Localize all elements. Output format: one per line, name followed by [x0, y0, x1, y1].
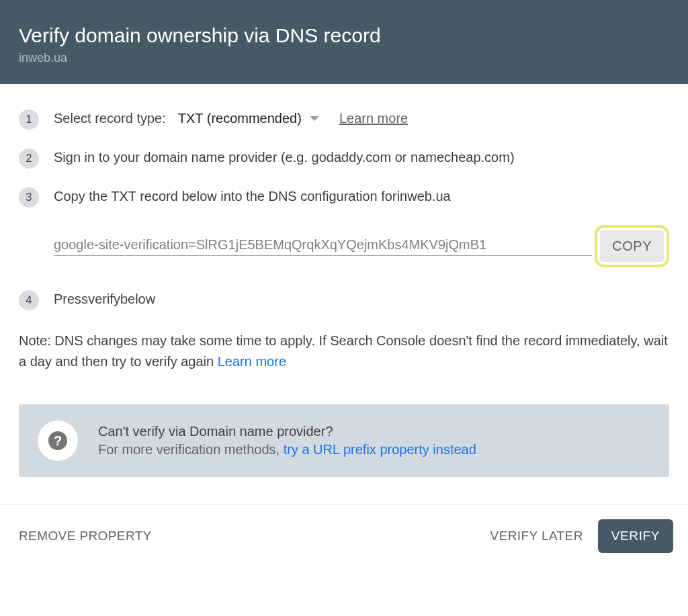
dialog-footer: REMOVE PROPERTY VERIFY LATER VERIFY: [0, 504, 688, 568]
step-content: Select record type: TXT (recommended) Le…: [54, 111, 669, 126]
step-content: Press verify below: [54, 292, 669, 307]
dialog-header: Verify domain ownership via DNS record i…: [0, 0, 688, 84]
txt-record-value[interactable]: google-site-verification=SlRG1jE5BEMqQrq…: [54, 237, 592, 256]
note-learn-more-link[interactable]: Learn more: [218, 354, 286, 369]
step-4: 4 Press verify below: [19, 292, 669, 310]
step-content: Sign in to your domain name provider (e.…: [54, 150, 669, 165]
step-2: 2 Sign in to your domain name provider (…: [19, 150, 669, 169]
step-text-press: Press: [54, 292, 88, 307]
dialog-title: Verify domain ownership via DNS record: [19, 24, 669, 47]
step-3: 3 Copy the TXT record below into the DNS…: [19, 189, 669, 208]
help-text: For more verification methods, try a URL…: [98, 442, 476, 457]
step-number: 3: [19, 187, 39, 208]
chevron-down-icon: [310, 116, 319, 121]
txt-record-row: google-site-verification=SlRG1jE5BEMqQrq…: [54, 225, 669, 267]
copy-button[interactable]: COPY: [600, 230, 664, 262]
step-content: Copy the TXT record below into the DNS c…: [54, 189, 669, 204]
step-label: Select record type:: [54, 111, 166, 126]
dropdown-value: TXT (recommended): [178, 111, 302, 126]
dialog-content: 1 Select record type: TXT (recommended) …: [0, 84, 688, 490]
step-number: 4: [19, 290, 39, 310]
step-number: 2: [19, 148, 39, 169]
record-type-dropdown[interactable]: TXT (recommended): [178, 111, 319, 126]
step-text: Sign in to your domain name provider (e.…: [54, 150, 515, 165]
note-text: Note: DNS changes may take some time to …: [19, 333, 668, 369]
note: Note: DNS changes may take some time to …: [19, 331, 669, 372]
help-icon-circle: ?: [38, 421, 78, 461]
help-link[interactable]: try a URL prefix property instead: [284, 442, 476, 457]
verify-later-button[interactable]: VERIFY LATER: [490, 529, 583, 543]
remove-property-button[interactable]: REMOVE PROPERTY: [19, 529, 152, 543]
step-number: 1: [19, 109, 39, 130]
question-icon: ?: [48, 431, 67, 450]
learn-more-link[interactable]: Learn more: [339, 111, 408, 126]
verify-button[interactable]: VERIFY: [598, 519, 673, 553]
copy-button-highlight: COPY: [595, 225, 669, 267]
step-text-below: below: [120, 292, 155, 307]
step-text-prefix: Copy the TXT record below into the DNS c…: [54, 189, 397, 204]
step-1: 1 Select record type: TXT (recommended) …: [19, 111, 669, 130]
help-text-prefix: For more verification methods,: [98, 442, 284, 457]
step-text-verify: verify: [88, 292, 120, 307]
step-domain: inweb.ua: [397, 189, 451, 204]
dialog-subtitle: inweb.ua: [19, 51, 669, 65]
help-content: Can't verify via Domain name provider? F…: [98, 424, 476, 457]
help-title: Can't verify via Domain name provider?: [98, 424, 476, 439]
help-card: ? Can't verify via Domain name provider?…: [19, 404, 669, 477]
